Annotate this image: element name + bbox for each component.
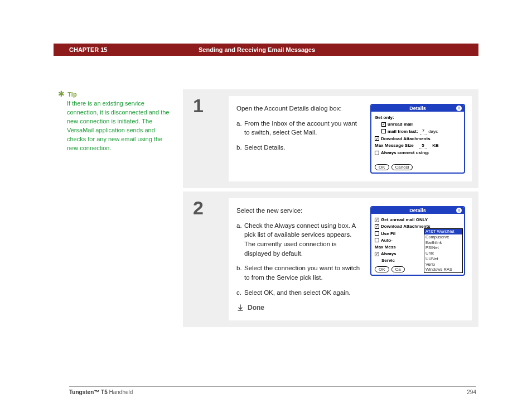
done-label: Done — [248, 303, 264, 313]
cancel-button[interactable]: Cancel — [391, 164, 413, 170]
get-only-label: Get only: — [375, 114, 461, 121]
details-dialog-2: Detailsi ✓Get unread mail ONLY ✓Download… — [370, 206, 465, 276]
ok-button[interactable]: OK — [375, 164, 389, 170]
picklist-option[interactable]: Windows RAS — [424, 267, 462, 272]
ok-button[interactable]: OK — [375, 266, 389, 272]
checkbox[interactable]: ✓ — [375, 218, 379, 222]
step-number: 2 — [190, 198, 229, 217]
tip-label: Tip — [67, 91, 76, 98]
dialog-title: Details — [409, 106, 426, 111]
dialog-title: Details — [409, 208, 426, 213]
checkbox[interactable] — [375, 231, 379, 236]
info-icon: i — [456, 106, 462, 111]
step-item: b.Select Details. — [244, 143, 362, 152]
checkbox[interactable]: ✓ — [375, 224, 379, 229]
step-item: b.Select the connection you want to swit… — [244, 264, 362, 282]
tip-star-icon: ✱ — [58, 89, 66, 98]
chapter-label: CHAPTER 15 — [69, 46, 199, 53]
picklist-option-selected[interactable]: AT&T WorldNet — [424, 229, 462, 234]
picklist-option[interactable]: Unix — [424, 251, 462, 256]
checkbox-mailfrom[interactable] — [381, 129, 386, 133]
chapter-header: CHAPTER 15 Sending and Receiving Email M… — [54, 44, 478, 56]
checkbox[interactable]: ✓ — [375, 252, 379, 256]
picklist-option[interactable]: PSINet — [424, 245, 462, 251]
details-dialog-1: Detailsi Get only: ✓unread mail mail fro… — [370, 104, 465, 174]
picklist-option[interactable]: Verio — [424, 262, 462, 267]
step-1: 1 Open the Account Details dialog box: a… — [183, 89, 478, 188]
step-intro: Select the new service: — [236, 206, 362, 215]
checkbox-always[interactable] — [375, 151, 379, 155]
cancel-button-partial[interactable]: Ca — [391, 266, 405, 272]
step-intro: Open the Account Details dialog box: — [236, 104, 362, 113]
checkbox[interactable] — [375, 238, 379, 242]
step-item: a.From the Inbox of the account you want… — [244, 119, 362, 137]
step-item: c.Select OK, and then select OK again. — [244, 288, 362, 298]
checkbox-download[interactable]: ✓ — [375, 136, 379, 141]
tip-text: If there is an existing service connecti… — [67, 99, 170, 153]
checkbox-unread[interactable]: ✓ — [381, 122, 386, 127]
tip-sidebar: ✱ Tip If there is an existing service co… — [54, 89, 183, 330]
step-item: a.Check the Always connect using box. A … — [244, 221, 362, 258]
done-arrow-icon — [236, 304, 244, 312]
page-number: 294 — [467, 389, 476, 395]
step-number: 1 — [190, 96, 229, 115]
step-2: 2 Select the new service: a.Check the Al… — [183, 191, 478, 327]
product-name: Tungsten™ T5 — [69, 389, 108, 395]
product-suffix: Handheld — [108, 389, 133, 395]
picklist-option[interactable]: Earthlink — [424, 240, 462, 246]
done-row: Done — [236, 303, 362, 313]
page-footer: Tungsten™ T5 Handheld 294 — [69, 386, 476, 395]
picklist-option[interactable]: UUNet — [424, 256, 462, 262]
picklist-option[interactable]: Compuserve — [424, 234, 462, 240]
info-icon: i — [456, 208, 462, 213]
service-picklist[interactable]: AT&T WorldNet Compuserve Earthlink PSINe… — [424, 228, 463, 273]
chapter-title: Sending and Receiving Email Messages — [199, 46, 315, 53]
